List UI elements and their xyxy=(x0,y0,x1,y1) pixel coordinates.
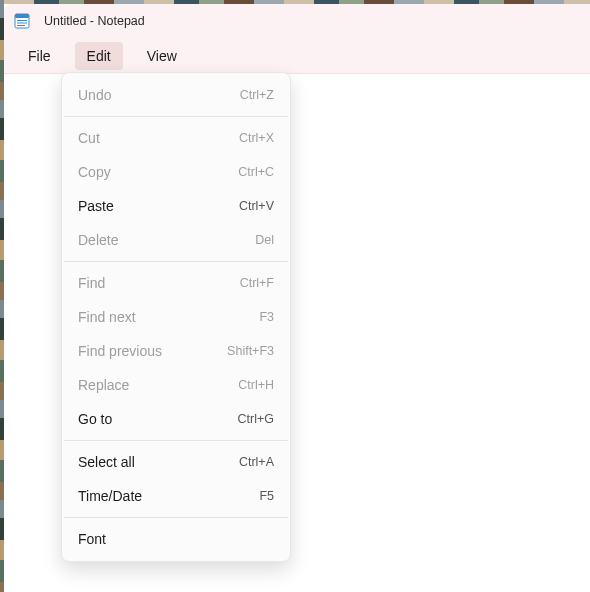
title-bar[interactable]: Untitled - Notepad xyxy=(4,4,590,38)
menu-view-label: View xyxy=(147,48,177,64)
menu-separator xyxy=(64,440,288,441)
menu-item-label: Delete xyxy=(78,232,118,248)
menu-item-shortcut: Ctrl+H xyxy=(238,378,274,392)
menu-item-label: Time/Date xyxy=(78,488,142,504)
menu-file-label: File xyxy=(28,48,51,64)
menu-separator xyxy=(64,116,288,117)
menu-item-label: Select all xyxy=(78,454,135,470)
menu-item-shortcut: Ctrl+C xyxy=(238,165,274,179)
menu-separator xyxy=(64,261,288,262)
menu-item-shortcut: Ctrl+V xyxy=(239,199,274,213)
menu-item-label: Cut xyxy=(78,130,100,146)
svg-rect-1 xyxy=(15,14,29,18)
menu-item-shortcut: Shift+F3 xyxy=(227,344,274,358)
menu-item-delete[interactable]: Delete Del xyxy=(62,223,290,257)
menu-item-paste[interactable]: Paste Ctrl+V xyxy=(62,189,290,223)
menu-item-time-date[interactable]: Time/Date F5 xyxy=(62,479,290,513)
menu-file[interactable]: File xyxy=(16,42,63,70)
window-title: Untitled - Notepad xyxy=(44,14,145,28)
menu-item-shortcut: F3 xyxy=(259,310,274,324)
menu-item-find[interactable]: Find Ctrl+F xyxy=(62,266,290,300)
menu-item-shortcut: Ctrl+Z xyxy=(240,88,274,102)
menu-item-shortcut: Ctrl+A xyxy=(239,455,274,469)
menu-item-shortcut: F5 xyxy=(259,489,274,503)
menu-view[interactable]: View xyxy=(135,42,189,70)
menu-item-label: Paste xyxy=(78,198,114,214)
menu-item-undo[interactable]: Undo Ctrl+Z xyxy=(62,78,290,112)
menu-item-label: Find xyxy=(78,275,105,291)
menu-item-label: Replace xyxy=(78,377,129,393)
menu-item-shortcut: Ctrl+X xyxy=(239,131,274,145)
menu-bar: File Edit View xyxy=(4,38,590,74)
menu-edit[interactable]: Edit xyxy=(75,42,123,70)
menu-item-label: Go to xyxy=(78,411,112,427)
menu-item-replace[interactable]: Replace Ctrl+H xyxy=(62,368,290,402)
menu-item-find-previous[interactable]: Find previous Shift+F3 xyxy=(62,334,290,368)
menu-item-font[interactable]: Font xyxy=(62,522,290,556)
menu-item-find-next[interactable]: Find next F3 xyxy=(62,300,290,334)
menu-item-copy[interactable]: Copy Ctrl+C xyxy=(62,155,290,189)
menu-edit-label: Edit xyxy=(87,48,111,64)
notepad-window: Untitled - Notepad File Edit View Undo C… xyxy=(4,4,590,592)
menu-item-label: Find next xyxy=(78,309,136,325)
menu-item-go-to[interactable]: Go to Ctrl+G xyxy=(62,402,290,436)
notepad-icon xyxy=(14,13,30,29)
menu-separator xyxy=(64,517,288,518)
menu-item-label: Font xyxy=(78,531,106,547)
menu-item-shortcut: Ctrl+F xyxy=(240,276,274,290)
edit-dropdown-menu: Undo Ctrl+Z Cut Ctrl+X Copy Ctrl+C Paste… xyxy=(61,72,291,562)
menu-item-label: Find previous xyxy=(78,343,162,359)
menu-item-shortcut: Del xyxy=(255,233,274,247)
menu-item-select-all[interactable]: Select all Ctrl+A xyxy=(62,445,290,479)
menu-item-shortcut: Ctrl+G xyxy=(238,412,274,426)
menu-item-label: Copy xyxy=(78,164,111,180)
menu-item-cut[interactable]: Cut Ctrl+X xyxy=(62,121,290,155)
menu-item-label: Undo xyxy=(78,87,111,103)
